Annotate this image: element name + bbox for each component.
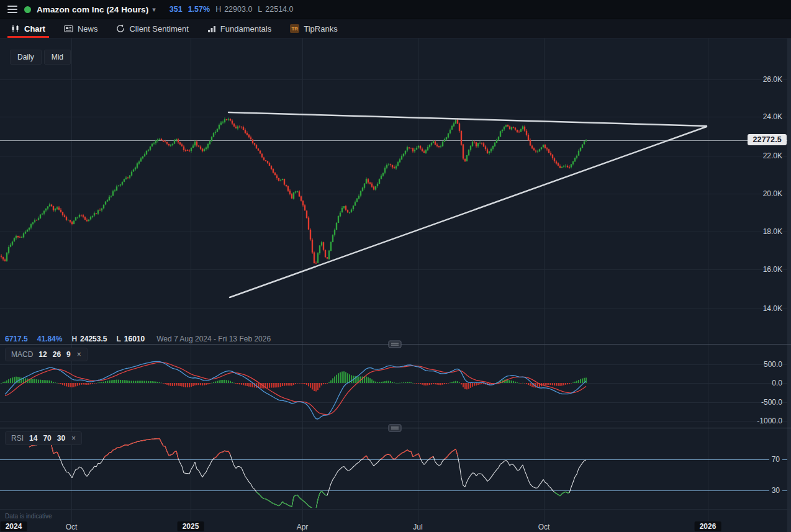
- price-axis-tick: 16.0K: [763, 265, 782, 274]
- session-high: H22903.0: [215, 5, 252, 14]
- timeframe-daily-button[interactable]: Daily: [10, 50, 42, 65]
- time-axis-tick: Apr: [297, 523, 309, 531]
- price-axis-tick: 26.0K: [763, 75, 782, 84]
- date-range: Wed 7 Aug 2024 - Fri 13 Feb 2026: [156, 335, 271, 343]
- time-axis-tick: 2026: [695, 521, 721, 531]
- trading-app: { "header": { "symbol_name": "Amazon com…: [0, 0, 791, 532]
- tab-client-sentiment[interactable]: Client Sentiment: [109, 19, 196, 38]
- price-axis-tick: 18.0K: [763, 227, 782, 236]
- current-price-badge: 22772.5: [748, 134, 787, 145]
- range-high: H24253.5: [71, 335, 107, 343]
- macd-axis-tick: -500.0: [761, 398, 782, 407]
- bar-chart-icon: [207, 24, 216, 33]
- refresh-icon: [116, 24, 125, 33]
- range-value: 6717.5: [5, 335, 28, 343]
- rsi-name: RSI: [11, 434, 24, 443]
- time-axis-tick: 2024: [1, 521, 27, 531]
- rsi-param-period[interactable]: 14: [29, 434, 37, 443]
- time-axis-tick: Oct: [538, 523, 550, 531]
- range-percent: 41.84%: [37, 335, 63, 343]
- macd-close-icon[interactable]: ×: [77, 350, 81, 359]
- macd-param-slow[interactable]: 26: [53, 350, 61, 359]
- macd-param-fast[interactable]: 12: [38, 350, 47, 359]
- header-bar: Amazon com Inc (24 Hours) ▾ 351 1.57% H2…: [0, 0, 791, 19]
- rsi-indicator-label[interactable]: RSI 14 70 30 ×: [5, 431, 82, 445]
- candlestick-icon: [11, 24, 20, 33]
- time-axis-tick: 2025: [178, 521, 204, 531]
- time-axis-tick: Jul: [413, 523, 422, 531]
- newspaper-icon: [64, 24, 73, 33]
- rsi-axis-tick: 70: [769, 455, 782, 464]
- menu-icon[interactable]: [7, 6, 17, 13]
- price-axis-tick: 20.0K: [763, 189, 782, 198]
- timeframe-mid-button[interactable]: Mid: [44, 50, 71, 65]
- macd-axis-tick: 0.0: [772, 379, 782, 387]
- rsi-param-oversold[interactable]: 30: [57, 434, 65, 443]
- price-change: 351: [170, 5, 183, 14]
- instrument-title[interactable]: Amazon com Inc (24 Hours): [37, 5, 148, 14]
- macd-param-signal[interactable]: 9: [66, 350, 71, 359]
- macd-indicator-label[interactable]: MACD 12 26 9 ×: [5, 348, 88, 361]
- price-change-percent: 1.57%: [188, 5, 210, 14]
- price-axis-tick: 14.0K: [763, 304, 782, 313]
- macd-name: MACD: [11, 350, 33, 359]
- tab-tipranks[interactable]: TR TipRanks: [282, 19, 345, 38]
- tab-bar: Chart News Client Sentiment Fundamentals…: [0, 19, 791, 38]
- tab-news[interactable]: News: [56, 19, 106, 38]
- chart-overlays: Daily Mid MACD 12 26 9 × RSI 14 70 30 × …: [0, 0, 791, 532]
- price-axis-tick: 22.0K: [763, 151, 782, 160]
- chevron-down-icon[interactable]: ▾: [152, 6, 156, 14]
- range-low: L16010: [116, 335, 145, 343]
- timeframe-buttons: Daily Mid: [10, 50, 71, 65]
- time-axis-tick: Oct: [66, 523, 78, 531]
- price-axis-tick: 24.0K: [763, 112, 782, 121]
- tab-fundamentals[interactable]: Fundamentals: [200, 19, 279, 38]
- macd-axis-tick: 500.0: [764, 360, 782, 369]
- macd-axis-tick: -1000.0: [757, 417, 782, 425]
- session-low: L22514.0: [258, 5, 293, 14]
- range-info-line: 6717.5 41.84% H24253.5 L16010 Wed 7 Aug …: [5, 335, 271, 343]
- tipranks-logo: TR: [290, 24, 299, 33]
- tab-chart[interactable]: Chart: [4, 19, 53, 38]
- data-indicative-note: Data is indicative: [5, 513, 52, 520]
- rsi-close-icon[interactable]: ×: [71, 434, 76, 443]
- market-status-dot: [24, 6, 31, 13]
- rsi-param-overbought[interactable]: 70: [43, 434, 51, 443]
- rsi-axis-tick: 30: [769, 486, 782, 495]
